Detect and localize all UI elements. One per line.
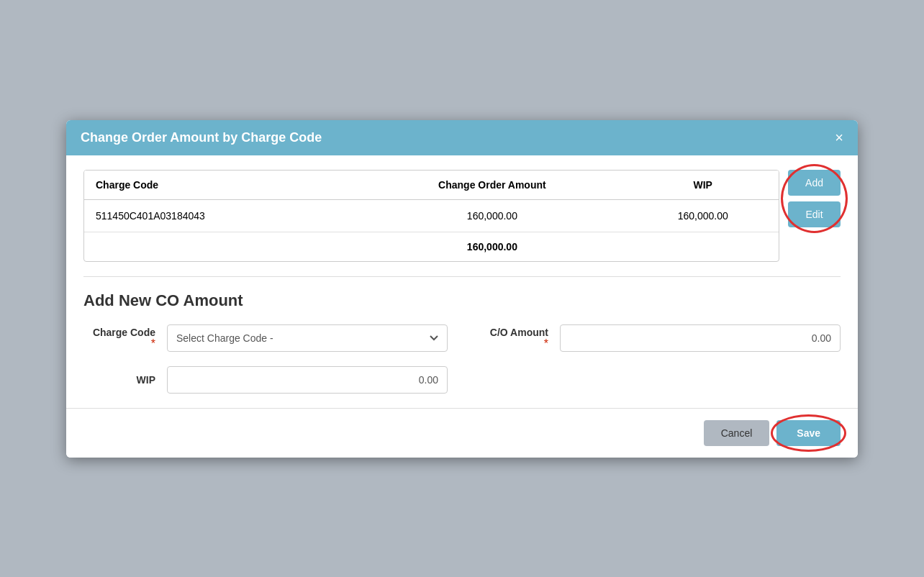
form-grid: Charge Code * Select Charge Code - C/O A… [83,324,841,394]
col-header-charge-code: Charge Code [84,171,357,200]
co-amount-input[interactable] [560,324,841,352]
total-row: 160,000.00 [84,232,779,261]
co-amount-required: * [544,338,548,350]
save-button-wrapper: Save [776,420,841,446]
co-amount-field: C/O Amount * [476,324,841,352]
cancel-button[interactable]: Cancel [704,420,770,446]
total-label [84,232,357,261]
edit-button[interactable]: Edit [788,201,841,227]
wip-label-group: WIP [83,374,155,386]
charge-code-label-group: Charge Code * [83,327,155,350]
wip-label: WIP [83,374,155,386]
action-buttons-group: Add Edit [788,170,841,227]
modal-body: Charge Code Change Order Amount WIP 5114… [66,155,858,408]
charge-code-field: Charge Code * Select Charge Code - [83,324,448,352]
modal-footer: Cancel Save [66,408,858,458]
save-button[interactable]: Save [776,420,841,446]
cell-wip: 160,000.00 [627,199,779,232]
form-section: Add New CO Amount Charge Code * Select C… [83,291,841,394]
wip-field: WIP [83,366,448,394]
charge-code-table: Charge Code Change Order Amount WIP 5114… [84,171,779,261]
table-section: Charge Code Change Order Amount WIP 5114… [83,170,841,262]
charge-code-label: Charge Code [83,327,155,338]
close-button[interactable]: × [835,130,843,145]
co-amount-label: C/O Amount [476,327,548,338]
wip-input[interactable] [167,366,448,394]
table-wrapper: Charge Code Change Order Amount WIP 5114… [83,170,779,262]
cell-change-order-amount: 160,000.00 [357,199,627,232]
modal-header: Change Order Amount by Charge Code × [66,120,858,155]
col-header-change-order-amount: Change Order Amount [357,171,627,200]
modal-title: Change Order Amount by Charge Code [81,130,322,145]
modal-overlay: Change Order Amount by Charge Code × Cha… [0,0,924,577]
charge-code-select[interactable]: Select Charge Code - [167,324,448,352]
total-amount: 160,000.00 [357,232,627,261]
table-row: 511450C401A03184043 160,000.00 160,000.0… [84,199,779,232]
total-wip [627,232,779,261]
modal: Change Order Amount by Charge Code × Cha… [66,120,858,458]
add-button[interactable]: Add [788,170,841,196]
form-section-title: Add New CO Amount [83,291,841,310]
section-divider [83,276,841,277]
co-amount-label-group: C/O Amount * [476,327,548,350]
col-header-wip: WIP [627,171,779,200]
charge-code-required: * [151,338,155,350]
cell-charge-code: 511450C401A03184043 [84,199,357,232]
